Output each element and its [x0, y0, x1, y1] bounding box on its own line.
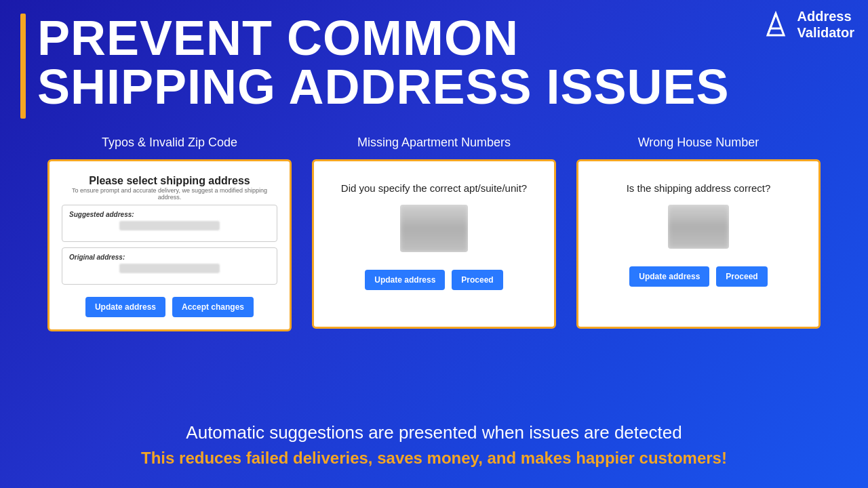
card-apartment: Missing Apartment Numbers Did you specif…: [312, 136, 556, 331]
svg-line-1: [768, 14, 776, 35]
card3-content: Is the shipping address correct? Update …: [591, 175, 806, 314]
update-address-button-2[interactable]: Update address: [365, 270, 445, 290]
card-house-question: Is the shipping address correct?: [627, 182, 771, 195]
card-typos-body: Please select shipping address To ensure…: [47, 159, 292, 331]
card-house-buttons: Update address Proceed: [629, 266, 767, 287]
card-apartment-question: Did you specify the correct apt/suite/un…: [341, 182, 527, 195]
card-typos-header: Please select shipping address To ensure…: [62, 175, 277, 201]
suggested-label: Suggested address:: [69, 211, 270, 218]
proceed-button-2[interactable]: Proceed: [452, 270, 502, 290]
card-typos-title: Typos & Invalid Zip Code: [102, 136, 237, 150]
footer: Automatic suggestions are presented when…: [0, 422, 868, 468]
house-blurred-image: [668, 205, 729, 249]
apartment-blurred-image: [400, 205, 468, 252]
svg-marker-0: [768, 14, 784, 35]
accent-bar: [20, 14, 26, 119]
update-address-button-3[interactable]: Update address: [629, 266, 709, 287]
blur-block: [400, 205, 468, 252]
accept-changes-button[interactable]: Accept changes: [172, 297, 254, 317]
original-address-box: Original address:: [62, 247, 277, 285]
suggested-blur: [119, 221, 220, 230]
hero-title: PREVENT COMMON SHIPPING ADDRESS ISSUES: [37, 14, 730, 111]
update-address-button-1[interactable]: Update address: [85, 297, 165, 317]
card-apartment-title: Missing Apartment Numbers: [357, 136, 511, 150]
blur-block-3: [668, 205, 729, 249]
card-house: Wrong House Number Is the shipping addre…: [576, 136, 821, 331]
original-label: Original address:: [69, 253, 270, 261]
footer-line2: This reduces failed deliveries, saves mo…: [0, 449, 868, 468]
card-house-body: Is the shipping address correct? Update …: [576, 159, 821, 329]
card-apartment-buttons: Update address Proceed: [365, 270, 502, 290]
logo-icon: [761, 9, 791, 39]
proceed-button-3[interactable]: Proceed: [716, 266, 767, 287]
cards-row: Typos & Invalid Zip Code Please select s…: [0, 136, 868, 331]
card-typos-heading: Please select shipping address: [62, 175, 277, 187]
original-blur: [119, 264, 220, 273]
card2-content: Did you specify the correct apt/suite/un…: [326, 175, 542, 314]
card-apartment-body: Did you specify the correct apt/suite/un…: [312, 159, 556, 329]
footer-line1: Automatic suggestions are presented when…: [0, 422, 868, 443]
suggested-address-box: Suggested address:: [62, 205, 277, 242]
card-typos-subheader: To ensure prompt and accurate delivery, …: [62, 187, 277, 201]
card-typos-buttons: Update address Accept changes: [62, 297, 277, 317]
logo-text: Address Validator: [797, 8, 854, 41]
card-typos: Typos & Invalid Zip Code Please select s…: [47, 136, 292, 331]
card-house-title: Wrong House Number: [638, 136, 760, 150]
logo: Address Validator: [761, 8, 854, 41]
